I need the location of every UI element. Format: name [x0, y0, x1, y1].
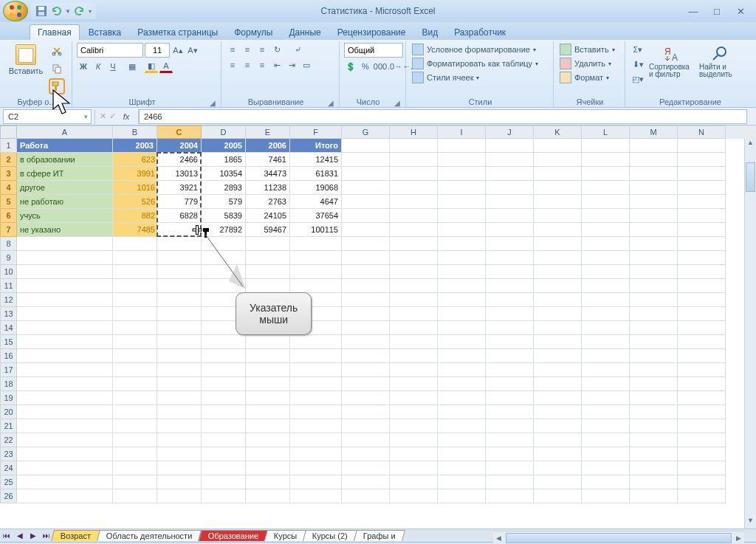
cell[interactable] — [246, 489, 290, 503]
cell[interactable]: 3921 — [157, 181, 202, 195]
cell[interactable]: 100115 — [290, 223, 342, 237]
cell[interactable] — [486, 195, 534, 209]
cell[interactable] — [17, 265, 113, 279]
row-header-12[interactable]: 12 — [0, 293, 17, 307]
row-header-20[interactable]: 20 — [0, 405, 17, 419]
cell[interactable] — [342, 377, 390, 391]
cell[interactable] — [246, 377, 290, 391]
worksheet-grid[interactable]: 1234567891011121314151617181920212223242… — [0, 125, 756, 528]
row-header-8[interactable]: 8 — [0, 237, 17, 251]
cell[interactable] — [342, 139, 390, 153]
column-header-C[interactable]: C — [157, 125, 202, 139]
cell[interactable] — [678, 293, 726, 307]
sheet-tab-grafy[interactable]: Графы и — [354, 530, 405, 541]
cell[interactable] — [157, 419, 202, 433]
column-header-D[interactable]: D — [202, 125, 246, 139]
cell[interactable] — [630, 405, 678, 419]
cell[interactable] — [486, 167, 534, 181]
cell[interactable] — [678, 377, 726, 391]
cell[interactable] — [534, 307, 582, 321]
border-button[interactable]: ▦ — [126, 60, 139, 73]
cell[interactable] — [534, 251, 582, 265]
cell[interactable] — [582, 223, 630, 237]
cell[interactable] — [246, 405, 290, 419]
cell[interactable] — [438, 489, 486, 503]
cell[interactable] — [157, 349, 202, 363]
format-as-table-button[interactable]: Форматировать как таблицу▾ — [410, 57, 540, 70]
cell[interactable] — [342, 321, 390, 335]
cell[interactable] — [157, 237, 202, 251]
cell[interactable] — [534, 321, 582, 335]
insert-cells-button[interactable]: Вставить▾ — [558, 43, 616, 56]
cell[interactable] — [534, 237, 582, 251]
cell[interactable] — [678, 335, 726, 349]
cell[interactable] — [202, 251, 246, 265]
align-right-icon[interactable]: ≡ — [255, 58, 269, 72]
cell[interactable]: 623 — [113, 153, 157, 167]
tab-insert[interactable]: Вставка — [81, 25, 129, 40]
cell[interactable] — [438, 335, 486, 349]
cell[interactable] — [534, 293, 582, 307]
cell[interactable] — [486, 181, 534, 195]
orientation-icon[interactable]: ↻ — [270, 43, 284, 56]
cell[interactable] — [202, 475, 246, 489]
row-header-5[interactable]: 5 — [0, 195, 17, 209]
cell[interactable] — [202, 419, 246, 433]
cell[interactable] — [630, 139, 678, 153]
cell[interactable] — [630, 475, 678, 489]
font-name-select[interactable] — [77, 43, 143, 58]
cell[interactable]: 59467 — [246, 223, 290, 237]
clear-icon[interactable]: ◰▾ — [630, 72, 646, 86]
cell[interactable] — [290, 391, 342, 405]
cell[interactable] — [486, 391, 534, 405]
cell[interactable] — [486, 419, 534, 433]
cell[interactable] — [17, 391, 113, 405]
cell[interactable] — [630, 209, 678, 223]
cell[interactable] — [486, 223, 534, 237]
cell[interactable] — [582, 335, 630, 349]
conditional-formatting-button[interactable]: Условное форматирование▾ — [410, 43, 537, 56]
row-header-11[interactable]: 11 — [0, 279, 17, 293]
cell[interactable] — [246, 433, 290, 447]
cell[interactable] — [113, 363, 157, 377]
cell[interactable] — [246, 335, 290, 349]
fx-icon[interactable]: fx — [119, 112, 134, 121]
cell[interactable] — [390, 433, 438, 447]
cell[interactable] — [202, 447, 246, 461]
cell[interactable] — [438, 153, 486, 167]
cell[interactable] — [630, 237, 678, 251]
cell[interactable] — [534, 349, 582, 363]
cell[interactable] — [390, 237, 438, 251]
cell[interactable] — [290, 419, 342, 433]
cell[interactable] — [390, 447, 438, 461]
undo-icon[interactable] — [50, 5, 62, 17]
cell[interactable] — [438, 195, 486, 209]
cell[interactable]: 882 — [113, 209, 157, 223]
cell[interactable] — [678, 405, 726, 419]
cell[interactable] — [582, 405, 630, 419]
cell[interactable] — [202, 433, 246, 447]
cell[interactable] — [17, 279, 113, 293]
cell[interactable] — [582, 279, 630, 293]
cell[interactable] — [438, 419, 486, 433]
cell[interactable] — [17, 447, 113, 461]
cell[interactable] — [113, 433, 157, 447]
cell[interactable] — [582, 447, 630, 461]
cell[interactable] — [630, 265, 678, 279]
cell[interactable] — [157, 251, 202, 265]
cell[interactable] — [438, 433, 486, 447]
cell[interactable] — [630, 167, 678, 181]
cell[interactable] — [390, 405, 438, 419]
cell[interactable] — [246, 447, 290, 461]
cell[interactable] — [157, 489, 202, 503]
cell[interactable] — [390, 279, 438, 293]
cell[interactable] — [678, 461, 726, 475]
cell[interactable] — [202, 391, 246, 405]
cell[interactable] — [157, 433, 202, 447]
cell[interactable] — [390, 139, 438, 153]
align-top-icon[interactable]: ≡ — [226, 43, 239, 56]
cell[interactable] — [246, 251, 290, 265]
cell[interactable] — [390, 307, 438, 321]
cell[interactable] — [582, 265, 630, 279]
cell[interactable] — [630, 195, 678, 209]
